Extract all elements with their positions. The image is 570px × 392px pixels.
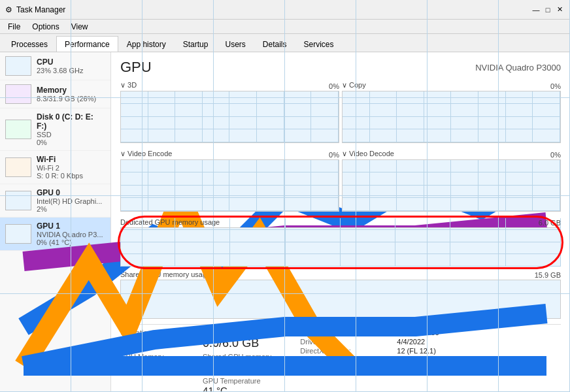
shared-gpu-graph-box [120,280,561,319]
content-panel: GPU NVIDIA Quadro P3000 ∨ 3D 0% [111,52,570,392]
shared-gpu-memory-section: Shared GPU memory usage 15.9 GB [120,270,561,319]
main-content: CPU 23% 3.68 GHz Memory 8.3/31.9 GB (26%… [0,52,570,392]
grid-lines-shared [111,52,570,392]
